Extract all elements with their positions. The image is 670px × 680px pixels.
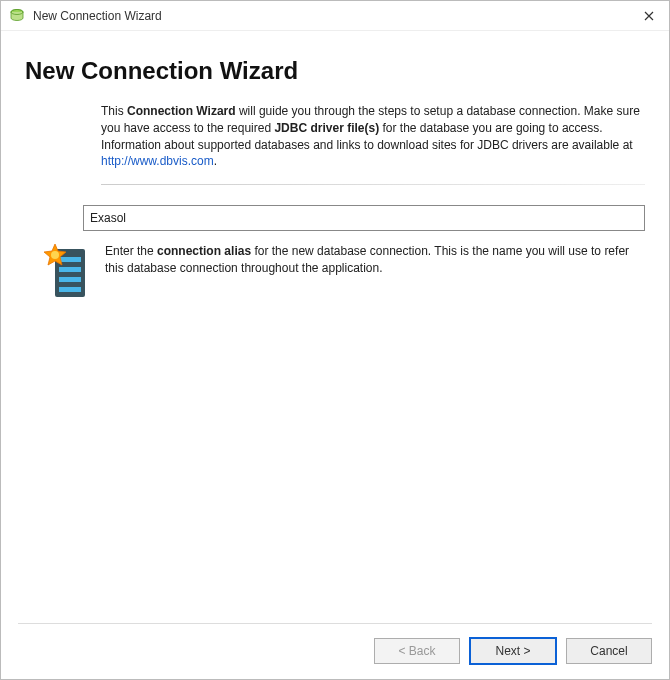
intro-bold1: Connection Wizard bbox=[127, 104, 236, 118]
intro-line2a: Information about supported databases an… bbox=[101, 138, 633, 152]
close-button[interactable] bbox=[629, 1, 669, 31]
svg-rect-5 bbox=[59, 277, 81, 282]
page-title: New Connection Wizard bbox=[25, 57, 645, 85]
cancel-button[interactable]: Cancel bbox=[566, 638, 652, 664]
bottom-separator bbox=[18, 623, 652, 624]
intro-mid2: for the database you are going to access… bbox=[379, 121, 602, 135]
button-bar: < Back Next > Cancel bbox=[374, 638, 652, 664]
intro-prefix: This bbox=[101, 104, 127, 118]
back-button: < Back bbox=[374, 638, 460, 664]
hint-prefix: Enter the bbox=[105, 244, 157, 258]
titlebar: New Connection Wizard bbox=[1, 1, 669, 31]
hint-bold: connection alias bbox=[157, 244, 251, 258]
intro-text: This Connection Wizard will guide you th… bbox=[101, 103, 641, 170]
wizard-content: New Connection Wizard This Connection Wi… bbox=[1, 31, 669, 303]
connection-alias-input[interactable] bbox=[83, 205, 645, 231]
separator bbox=[101, 184, 645, 185]
svg-rect-3 bbox=[59, 257, 81, 262]
database-icon bbox=[43, 243, 91, 303]
alias-hint: Enter the connection alias for the new d… bbox=[105, 243, 645, 277]
dbvis-link[interactable]: http://www.dbvis.com bbox=[101, 154, 214, 168]
svg-rect-4 bbox=[59, 267, 81, 272]
svg-point-8 bbox=[51, 251, 59, 259]
intro-bold2: JDBC driver file(s) bbox=[274, 121, 379, 135]
window-title: New Connection Wizard bbox=[33, 9, 629, 23]
next-button[interactable]: Next > bbox=[470, 638, 556, 664]
intro-line2b: . bbox=[214, 154, 217, 168]
app-icon bbox=[9, 8, 25, 24]
svg-rect-6 bbox=[59, 287, 81, 292]
